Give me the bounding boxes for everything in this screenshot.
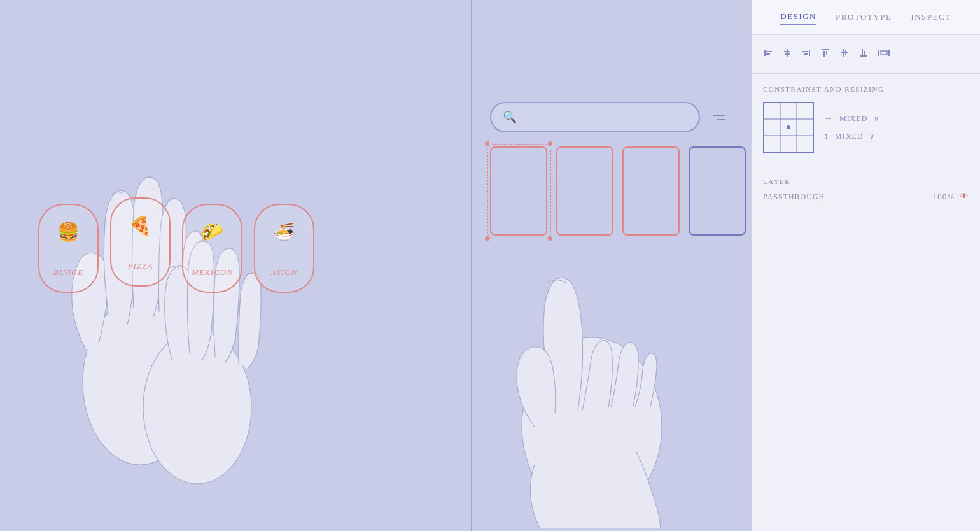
align-left-icon[interactable] bbox=[763, 48, 773, 60]
svg-rect-22 bbox=[888, 50, 890, 56]
handle-br bbox=[548, 236, 552, 241]
svg-point-28 bbox=[787, 125, 790, 129]
align-tools bbox=[763, 48, 969, 60]
visibility-icon[interactable]: 👁 bbox=[960, 192, 969, 202]
handle-tl bbox=[485, 141, 489, 146]
svg-rect-4 bbox=[766, 51, 772, 52]
svg-point-0 bbox=[83, 299, 197, 465]
mexicon-icon: 🌮 bbox=[201, 222, 223, 243]
constraint-box[interactable] bbox=[763, 102, 814, 153]
burger-pill[interactable]: 🍔 Burge bbox=[38, 204, 99, 293]
constraint-controls: ↔ Mixed ∨ ↕ Mixed ∨ bbox=[824, 113, 879, 141]
search-bar[interactable]: 🔍 bbox=[490, 102, 700, 132]
align-center-v-icon[interactable] bbox=[839, 48, 850, 60]
svg-rect-23 bbox=[881, 51, 887, 55]
svg-rect-5 bbox=[766, 53, 770, 55]
opacity-value[interactable]: 100% bbox=[933, 192, 955, 202]
bottom-section bbox=[752, 215, 980, 531]
asion-icon: 🍜 bbox=[273, 222, 295, 243]
blend-mode-label[interactable]: Passthrough bbox=[763, 192, 825, 202]
card-outline-1[interactable] bbox=[556, 146, 613, 236]
svg-rect-18 bbox=[860, 55, 867, 57]
category-pills: 🍔 Burge 🍕 Pizza 🌮 Mexicon 🍜 Asion bbox=[38, 191, 314, 293]
layer-section: Layer Passthrough 100% 👁 bbox=[752, 166, 980, 215]
distribute-icon[interactable] bbox=[878, 48, 890, 60]
pizza-pill[interactable]: 🍕 Pizza bbox=[110, 197, 171, 287]
svg-rect-8 bbox=[785, 53, 790, 55]
align-center-h-icon[interactable] bbox=[782, 48, 792, 60]
svg-point-1 bbox=[143, 331, 251, 484]
burger-icon: 🍔 bbox=[57, 222, 80, 243]
svg-rect-12 bbox=[822, 49, 829, 50]
svg-rect-15 bbox=[841, 52, 848, 53]
asion-pill[interactable]: 🍜 Asion bbox=[254, 204, 314, 293]
svg-rect-21 bbox=[878, 50, 879, 56]
svg-rect-7 bbox=[784, 51, 790, 52]
constraint-vertical[interactable]: ↕ Mixed ∨ bbox=[824, 131, 879, 141]
mexicon-label: Mexicon bbox=[192, 267, 233, 278]
cards-row bbox=[490, 146, 746, 236]
tab-inspect[interactable]: Inspect bbox=[911, 12, 951, 25]
mexicon-pill[interactable]: 🌮 Mexicon bbox=[182, 204, 242, 293]
svg-rect-19 bbox=[862, 49, 863, 55]
align-bottom-icon[interactable] bbox=[858, 48, 869, 60]
svg-rect-13 bbox=[823, 51, 825, 57]
layer-title: Layer bbox=[763, 178, 790, 185]
panel-divider bbox=[471, 0, 472, 531]
pizza-label: Pizza bbox=[128, 261, 153, 271]
svg-rect-3 bbox=[764, 50, 766, 56]
pizza-icon: 🍕 bbox=[129, 215, 151, 236]
handle-bl bbox=[485, 236, 489, 241]
asion-label: Asion bbox=[271, 267, 298, 278]
filter-button[interactable] bbox=[703, 108, 725, 126]
card-selected[interactable] bbox=[490, 146, 547, 236]
align-top-icon[interactable] bbox=[820, 48, 830, 60]
handle-tr bbox=[548, 141, 552, 146]
tab-prototype[interactable]: Prototype bbox=[836, 12, 892, 25]
svg-rect-9 bbox=[809, 50, 810, 56]
svg-rect-10 bbox=[802, 51, 808, 52]
svg-rect-6 bbox=[787, 49, 788, 57]
svg-rect-17 bbox=[845, 50, 846, 55]
horizontal-arrow-icon: ↔ bbox=[824, 113, 833, 124]
align-right-icon[interactable] bbox=[801, 48, 811, 60]
svg-rect-16 bbox=[843, 49, 844, 57]
card-outline-2[interactable] bbox=[622, 146, 680, 236]
vertical-arrow-icon: ↕ bbox=[824, 131, 829, 141]
card-dark[interactable] bbox=[689, 146, 746, 236]
canvas-area: 🍔 Burge 🍕 Pizza 🌮 Mexicon 🍜 Asion 🔍 bbox=[0, 0, 751, 531]
svg-rect-20 bbox=[864, 51, 865, 55]
tab-design[interactable]: Design bbox=[780, 11, 816, 25]
align-section bbox=[752, 35, 980, 74]
search-icon: 🔍 bbox=[503, 110, 517, 124]
right-panel: Design Prototype Inspect bbox=[751, 0, 980, 531]
svg-rect-11 bbox=[804, 53, 808, 55]
tabs-bar: Design Prototype Inspect bbox=[752, 0, 980, 35]
constraints-title: Constrainst and Resizing bbox=[763, 85, 969, 93]
svg-rect-14 bbox=[826, 51, 827, 55]
constraints-section: Constrainst and Resizing ↔ bbox=[752, 74, 980, 166]
burger-label: Burge bbox=[53, 267, 84, 278]
constraint-horizontal[interactable]: ↔ Mixed ∨ bbox=[824, 113, 879, 124]
app-preview: 🔍 bbox=[484, 102, 732, 420]
